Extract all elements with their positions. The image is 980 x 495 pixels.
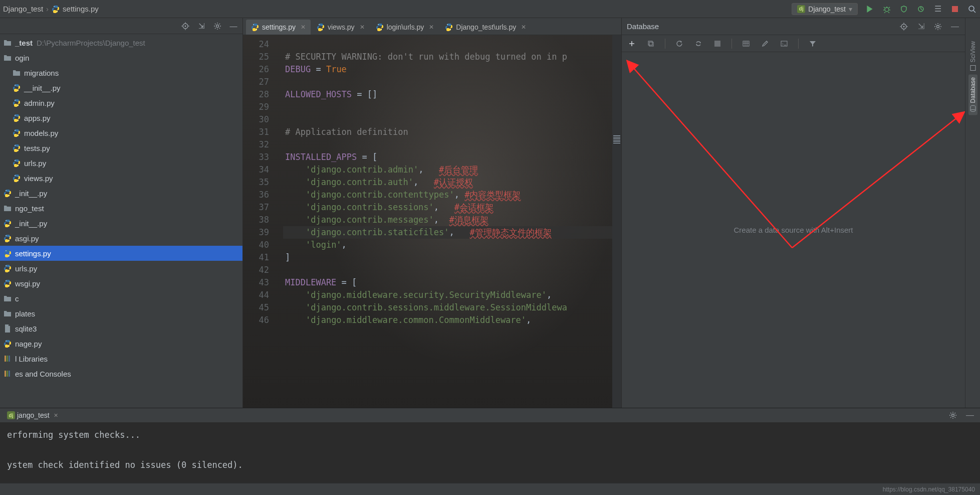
close-icon[interactable]: ✕	[54, 412, 58, 419]
sync-icon[interactable]	[693, 39, 703, 49]
attach-button[interactable]: ☰	[933, 4, 943, 14]
code-minimap[interactable]	[612, 35, 621, 408]
code-line[interactable]	[283, 38, 612, 51]
minimize-icon[interactable]: —	[950, 22, 960, 32]
tree-item[interactable]: ogin	[0, 50, 242, 65]
tree-item[interactable]: apps.py	[0, 110, 242, 125]
code-line[interactable]: ]	[283, 251, 612, 264]
minimize-icon[interactable]: —	[965, 410, 975, 420]
code-line[interactable]	[283, 138, 612, 151]
breadcrumb-project[interactable]: Django_test	[3, 5, 43, 13]
right-tab-sciview[interactable]: SciView	[968, 38, 977, 74]
python-file-icon	[3, 219, 12, 228]
tree-item[interactable]: admin.py	[0, 95, 242, 110]
locate-icon[interactable]	[180, 21, 190, 31]
code-line[interactable]: # SECURITY WARNING: don't run with debug…	[283, 51, 612, 63]
tree-item[interactable]: __init__.py	[0, 80, 242, 95]
profile-button[interactable]	[916, 4, 926, 14]
tree-item[interactable]: urls.py	[0, 261, 242, 276]
editor-tab[interactable]: Django_test\urls.py✕	[440, 20, 531, 35]
run-config-selector[interactable]: dj Django_test ▾	[792, 3, 858, 15]
gear-icon[interactable]	[933, 22, 943, 32]
run-console-output[interactable]: erforming system checks... ystem check i…	[0, 422, 980, 483]
tree-item[interactable]: models.py	[0, 125, 242, 140]
expand-all-icon[interactable]: ⇲	[196, 21, 206, 31]
tree-item[interactable]: settings.py	[0, 246, 242, 261]
gear-icon[interactable]	[948, 410, 958, 420]
refresh-icon[interactable]	[674, 39, 684, 49]
breadcrumb-file[interactable]: settings.py	[63, 5, 99, 13]
tree-item[interactable]: nage.py	[0, 336, 242, 351]
tree-item[interactable]: migrations	[0, 65, 242, 80]
code-line[interactable]: 'django.contrib.admin', #后台管理	[283, 163, 612, 176]
code-line[interactable]: 'django.middleware.common.CommonMiddlewa…	[283, 314, 612, 326]
close-icon[interactable]: ✕	[429, 24, 434, 31]
svg-point-2	[885, 8, 889, 12]
duplicate-icon[interactable]	[646, 39, 656, 49]
code-line[interactable]: 'django.contrib.auth', #认证授权	[283, 176, 612, 189]
editor-tab[interactable]: login\urls.py✕	[371, 20, 439, 35]
code-line[interactable]	[283, 113, 612, 126]
code-line[interactable]	[283, 264, 612, 276]
close-icon[interactable]: ✕	[521, 24, 526, 31]
debug-button[interactable]	[882, 4, 892, 14]
tree-item[interactable]: _init__.py	[0, 216, 242, 231]
edit-icon[interactable]	[760, 39, 770, 49]
code-line[interactable]: 'django.contrib.sessions.middleware.Sess…	[283, 301, 612, 314]
tree-item[interactable]: views.py	[0, 171, 242, 186]
code-line[interactable]: MIDDLEWARE = [	[283, 276, 612, 289]
table-icon[interactable]	[741, 39, 751, 49]
stop-button[interactable]	[950, 4, 960, 14]
code-line[interactable]: # Application definition	[283, 126, 612, 138]
tree-item[interactable]: _init__.py	[0, 186, 242, 201]
run-tab[interactable]: dj jango_test ✕	[4, 410, 61, 420]
code-line[interactable]: DEBUG = True	[283, 63, 612, 76]
code-body[interactable]: # SECURITY WARNING: don't run with debug…	[278, 35, 612, 408]
svg-point-8	[216, 25, 219, 27]
tree-root[interactable]: _testD:\PycharmProjects\Django_test	[0, 35, 242, 50]
code-line[interactable]: 'django.middleware.security.SecurityMidd…	[283, 289, 612, 301]
python-file-icon	[3, 339, 12, 348]
minimize-icon[interactable]: —	[228, 21, 238, 31]
close-icon[interactable]: ✕	[360, 24, 365, 31]
editor-tab[interactable]: views.py✕	[312, 20, 370, 35]
code-line[interactable]: INSTALLED_APPS = [	[283, 151, 612, 163]
gear-icon[interactable]	[212, 21, 222, 31]
tree-item[interactable]: l Libraries	[0, 351, 242, 366]
project-tree[interactable]: _testD:\PycharmProjects\Django_testoginm…	[0, 34, 242, 408]
search-button[interactable]	[967, 4, 977, 14]
add-datasource-button[interactable]	[627, 39, 637, 49]
breadcrumb[interactable]: Django_test › settings.py	[3, 5, 99, 13]
tree-item-label: urls.py	[15, 264, 37, 273]
python-file-icon	[3, 264, 12, 273]
locate-icon[interactable]	[899, 22, 909, 32]
database-empty-body[interactable]: Create a data source with Alt+Insert	[622, 52, 965, 408]
coverage-button[interactable]	[899, 4, 909, 14]
code-editor[interactable]: 2425262728293031323334353637383940414243…	[243, 35, 621, 408]
code-line[interactable]: 'django.contrib.contenttypes', #内容类型框架	[283, 189, 612, 201]
tree-item[interactable]: ngo_test	[0, 201, 242, 216]
editor-tab[interactable]: settings.py✕	[246, 20, 311, 35]
console-icon[interactable]	[779, 39, 789, 49]
tree-item[interactable]: es and Consoles	[0, 366, 242, 381]
filter-icon[interactable]	[808, 39, 818, 49]
tree-item[interactable]: urls.py	[0, 155, 242, 171]
stop-icon[interactable]	[712, 39, 722, 49]
close-icon[interactable]: ✕	[301, 24, 306, 31]
run-button[interactable]	[865, 4, 875, 14]
code-line[interactable]	[283, 76, 612, 88]
expand-icon[interactable]: ⇲	[916, 22, 926, 32]
code-line[interactable]: 'django.contrib.sessions', #会话框架	[283, 201, 612, 214]
tree-item[interactable]: plates	[0, 306, 242, 321]
code-line[interactable]	[283, 101, 612, 113]
tree-item[interactable]: asgi.py	[0, 231, 242, 246]
code-line[interactable]: 'django.contrib.staticfiles', #管理静态文件的框架	[283, 226, 612, 239]
tree-item[interactable]: wsgi.py	[0, 276, 242, 291]
code-line[interactable]: ALLOWED_HOSTS = []	[283, 88, 612, 101]
tree-item[interactable]: tests.py	[0, 140, 242, 155]
right-tab-database[interactable]: Database	[968, 74, 977, 115]
code-line[interactable]: 'django.contrib.messages', #消息框架	[283, 214, 612, 226]
tree-item[interactable]: sqlite3	[0, 321, 242, 336]
tree-item[interactable]: c	[0, 291, 242, 306]
code-line[interactable]: 'login',	[283, 239, 612, 251]
